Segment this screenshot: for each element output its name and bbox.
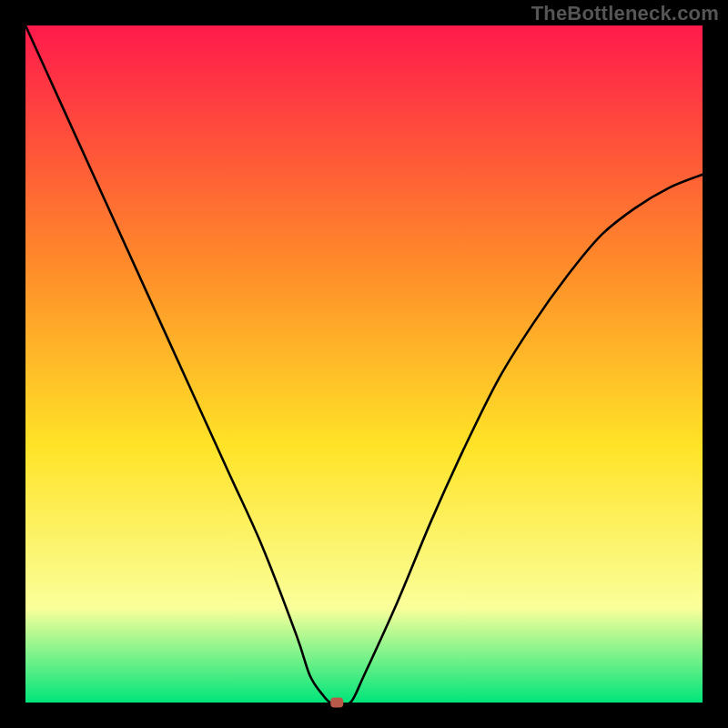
- chart-frame: { "watermark": "TheBottleneck.com", "col…: [0, 0, 728, 728]
- plot-background: [25, 25, 703, 703]
- minimum-marker: [330, 698, 343, 708]
- watermark-text: TheBottleneck.com: [531, 2, 719, 25]
- bottleneck-chart: [0, 0, 728, 728]
